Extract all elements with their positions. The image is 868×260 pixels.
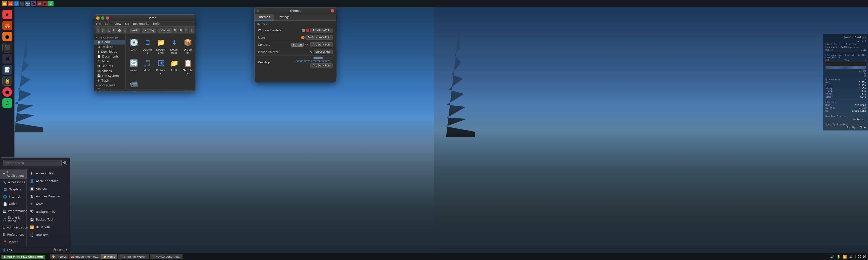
file-item-music[interactable]: 🎵 Music <box>142 57 153 76</box>
close-button[interactable] <box>106 16 109 20</box>
app-account-details[interactable]: 👤 Account details <box>27 177 70 185</box>
sidebar-data[interactable]: 💽 DATA <box>94 88 125 89</box>
file-item-data[interactable]: 💽 DATA <box>128 37 140 55</box>
search-input[interactable] <box>3 160 62 166</box>
launcher-firefox[interactable]: 🦊 <box>8 1 13 6</box>
tray-wifi-icon[interactable]: 📶 <box>842 254 847 259</box>
app-icon-spotify[interactable]: ♫ <box>2 98 12 108</box>
scrollbar-thumb[interactable] <box>172 91 177 92</box>
app-icon-firefox[interactable]: 🦊 <box>2 21 12 30</box>
bookmarks-button[interactable]: ☆ <box>123 28 127 33</box>
tab-themes[interactable]: Themes <box>255 14 274 21</box>
sidebar-home[interactable]: 🏠 Home <box>94 40 125 44</box>
view-icons[interactable]: ⊞ <box>179 28 183 33</box>
menu-edit[interactable]: Edit <box>103 22 112 26</box>
search-toggle[interactable]: 🔍 <box>173 28 177 33</box>
launcher-file-manager[interactable]: 📁 <box>2 1 7 6</box>
sidebar-music[interactable]: 🎵 Music <box>94 59 125 64</box>
sidebar-desktop[interactable]: 🖥 Desktop <box>94 44 125 49</box>
breadcrumb-conky[interactable]: .conky <box>158 28 172 33</box>
menu-bookmarks[interactable]: Bookmarks <box>131 22 151 26</box>
app-icon-monitor[interactable]: 🖥 <box>2 54 12 64</box>
category-sound[interactable]: 🎵 Sound & Video <box>0 215 27 224</box>
app-icon-lock[interactable]: 🔒 <box>2 76 12 86</box>
add-remove-desktop-themes-link[interactable]: Add/remove desktop themes... <box>296 60 333 62</box>
category-programming[interactable]: 💻 Programming <box>0 208 27 215</box>
desktop-slider-track[interactable] <box>313 57 333 59</box>
maximize-button[interactable] <box>101 16 104 20</box>
breadcrumb-erik[interactable]: erik <box>130 28 140 33</box>
app-brasero[interactable]: 💿 Brasero <box>27 239 70 240</box>
app-backup-tool[interactable]: 💾 Backup Tool <box>27 216 70 223</box>
task-imgur[interactable]: 🦊 Imgur: The mos... <box>69 254 100 259</box>
file-item-public[interactable]: 📁 Public <box>168 57 180 76</box>
launcher-video-recorder[interactable]: 📹 <box>37 1 42 6</box>
controls-button[interactable]: Button <box>291 43 304 47</box>
file-item-desktop[interactable]: 🖥 Desktop <box>142 37 153 55</box>
remove-bookmark-btn[interactable]: - <box>189 90 193 92</box>
sidebar-videos[interactable]: 📹 Videos <box>94 69 125 73</box>
launcher-media[interactable]: ▶ <box>42 1 48 6</box>
app-accessibility[interactable]: ♿ Accessibility <box>27 170 70 177</box>
menu-view[interactable]: View <box>112 22 123 26</box>
home-nav-button[interactable]: 🏠 <box>117 28 122 33</box>
task-home[interactable]: 📁 Home <box>101 254 117 259</box>
file-item-templates[interactable]: 📋 Templates <box>182 57 194 76</box>
tab-settings[interactable]: Settings <box>274 14 293 21</box>
sidebar-trash[interactable]: 🗑 Trash <box>94 78 125 83</box>
category-accessories[interactable]: 🔧 Accessories <box>0 179 27 186</box>
app-icon-terminal[interactable]: ⬛ <box>2 43 12 52</box>
sidebar-pictures[interactable]: 🖼 Pictures <box>94 64 125 69</box>
launcher-photos[interactable]: 📷 <box>25 1 30 6</box>
app-atom[interactable]: ⚛ Atom <box>27 200 70 208</box>
task-terminal-1[interactable]: ⬛ erik@hjr: ~/DAT... <box>118 254 149 259</box>
file-item-documents[interactable]: 📁 Documents <box>155 37 166 55</box>
task-terminal-2[interactable]: ⬛ ~/~DATA/Surfn/t... <box>150 254 183 259</box>
file-item-dropbox[interactable]: 📦 Dropbox <box>182 37 194 55</box>
category-office[interactable]: 📄 Office <box>0 200 27 208</box>
breadcrumb-config[interactable]: .config <box>142 28 156 33</box>
up-button[interactable]: △ <box>106 28 111 33</box>
app-backgrounds[interactable]: 🖼 Backgrounds <box>27 208 70 216</box>
category-preferences[interactable]: 🎛 Preferences <box>0 231 27 238</box>
app-archive-manager[interactable]: 🗜 Archive Manager <box>27 193 70 200</box>
app-bluetooth[interactable]: 📶 Bluetooth <box>27 223 70 231</box>
menu-go[interactable]: Go <box>123 22 131 26</box>
back-button[interactable]: ◁ <box>96 28 100 33</box>
tray-network-icon[interactable]: 🔊 <box>830 254 835 259</box>
scrollbar-track[interactable] <box>167 91 182 92</box>
app-icon-favorites[interactable]: ★ <box>2 10 12 19</box>
sidebar-downloads[interactable]: ⬇ Downloads <box>94 49 125 54</box>
controls-settings-icon[interactable]: ✓ ⚙ <box>305 43 310 46</box>
launcher-terminal[interactable]: ⬛ <box>19 1 25 6</box>
app-icon-circle[interactable]: ● <box>2 87 12 97</box>
forward-button[interactable]: ▷ <box>101 28 105 33</box>
category-all[interactable]: ⊞ All Applications <box>0 170 27 179</box>
file-item-insync[interactable]: 🔄 Insync <box>128 57 140 76</box>
refresh-button[interactable]: ↻ <box>112 28 116 33</box>
launcher-chrome[interactable]: 🌐 <box>13 1 19 6</box>
themes-close-button[interactable] <box>331 9 334 12</box>
menu-help[interactable]: Help <box>151 22 161 26</box>
search-button[interactable]: 🔍 <box>63 161 67 165</box>
view-list[interactable]: ☰ <box>184 28 188 33</box>
category-internet[interactable]: 🌐 Internet <box>0 193 27 200</box>
logout-button[interactable]: ⏻ Log Out <box>53 249 67 252</box>
minimize-button[interactable] <box>96 16 100 20</box>
app-icon-orange[interactable]: ● <box>2 32 12 41</box>
task-themes[interactable]: 🎨 Themes <box>50 254 69 259</box>
file-item-pictures[interactable]: 🖼 Pictures <box>155 57 166 76</box>
app-brackets[interactable]: {} Brackets <box>27 231 70 239</box>
app-applets[interactable]: 🔲 Applets <box>27 185 70 193</box>
file-item-videos[interactable]: 📹 Videos <box>128 78 140 89</box>
category-graphics[interactable]: 🖼 Graphics <box>0 186 27 193</box>
tray-bluetooth-icon[interactable]: 🕹 <box>848 254 854 259</box>
sidebar-filesystem[interactable]: 💾 File System <box>94 73 125 78</box>
category-admin[interactable]: ⚙ Administration <box>0 224 27 231</box>
add-bookmark-btn[interactable]: + <box>184 90 188 92</box>
sidebar-documents[interactable]: 📄 Documents <box>94 54 125 59</box>
launcher-archive[interactable]: 🗜 <box>31 1 36 6</box>
tray-battery-icon[interactable]: 🔋 <box>836 254 841 259</box>
view-details[interactable]: ⋮ <box>189 28 194 33</box>
category-places[interactable]: 📍 Places <box>0 238 27 246</box>
